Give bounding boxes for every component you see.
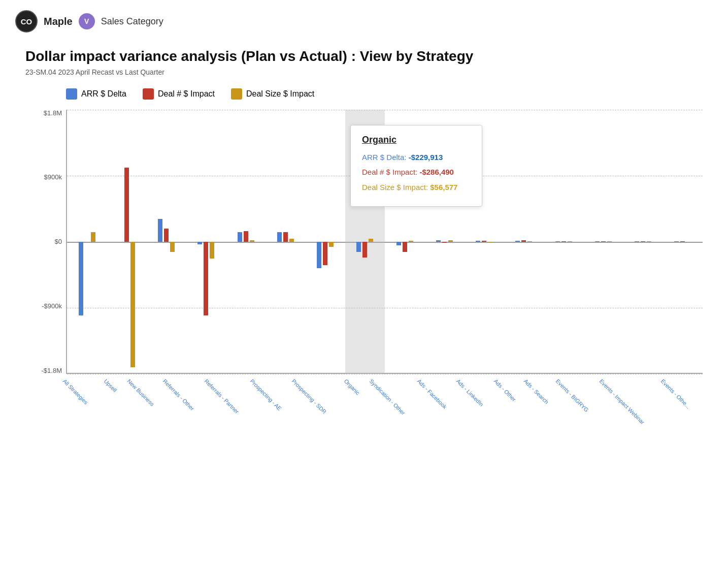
deal-size-swatch <box>231 88 242 100</box>
chart-legend: ARR $ Delta Deal # $ Impact Deal Size $ … <box>25 88 703 100</box>
arr-swatch <box>66 88 77 100</box>
bar <box>601 241 606 242</box>
bar-group <box>504 110 544 374</box>
bar <box>568 241 572 242</box>
deal-size-label: Deal Size $ Impact <box>246 89 314 99</box>
bar <box>362 242 367 258</box>
x-label-text: Organic <box>343 378 361 396</box>
bar <box>476 241 480 241</box>
grid-line <box>67 374 703 374</box>
bar <box>289 239 294 241</box>
tooltip-row-deal-size: Deal Size $ Impact: $56,577 <box>362 182 471 193</box>
app-name: Maple <box>44 16 73 27</box>
bar-group <box>147 110 186 374</box>
tooltip-deal-size-value: $56,577 <box>430 183 457 192</box>
bar <box>170 242 175 252</box>
x-label-text: Upsell <box>103 378 118 393</box>
bar-group <box>663 110 703 374</box>
bar <box>409 241 413 241</box>
bar <box>283 232 288 241</box>
bar <box>250 240 254 242</box>
x-label-text: Referrals - Partner <box>203 378 240 414</box>
tooltip-deal-num-value: -$286,490 <box>419 168 454 176</box>
x-label-text: Syndication - Other <box>369 378 407 416</box>
tooltip-title: Organic <box>362 135 471 145</box>
bar <box>527 241 532 242</box>
bar <box>448 240 453 242</box>
deal-num-label: Deal # $ Impact <box>158 89 215 99</box>
bar <box>210 242 214 259</box>
x-label-text: New Business <box>126 378 155 407</box>
y-label-900k-pos: $900k <box>44 174 62 180</box>
x-label-text: Prospecting - AE <box>249 378 283 411</box>
arr-label: ARR $ Delta <box>81 89 126 99</box>
bar <box>561 241 566 242</box>
bar-group <box>107 110 146 374</box>
bar <box>164 229 169 242</box>
legend-arr: ARR $ Delta <box>66 88 126 100</box>
y-axis: $1.8M $900k $0 -$900k -$1.8M <box>25 110 66 374</box>
y-label-0: $0 <box>55 238 62 245</box>
bar <box>323 242 327 266</box>
bar-group <box>583 110 623 374</box>
chart-section: Dollar impact variance analysis (Plan vs… <box>0 43 728 435</box>
bar <box>403 242 407 252</box>
x-label-item: Ads - LinkedIn <box>459 375 495 425</box>
x-label-text: Events - Impact Webinar <box>599 378 646 426</box>
tooltip-deal-size-label: Deal Size $ Impact: <box>362 183 428 192</box>
x-label-item: Syndication - Other <box>373 375 420 425</box>
x-label-item: Events - BIGRYG <box>559 375 603 425</box>
x-label-item: Ads - Facebook <box>420 375 459 425</box>
bar <box>555 241 560 242</box>
bar-group <box>266 110 305 374</box>
logo-badge: CO <box>15 10 38 33</box>
deal-num-swatch <box>143 88 154 100</box>
x-label-item: New Business <box>130 375 166 425</box>
x-label-item: Events - Othe... <box>664 375 703 425</box>
v-badge: V <box>79 13 95 29</box>
tooltip-box: Organic ARR $ Delta: -$229,913 Deal # $ … <box>350 125 482 207</box>
bar <box>521 240 526 242</box>
x-label-text: Ads - Other <box>492 378 517 402</box>
bar <box>158 219 162 241</box>
bar <box>277 232 282 241</box>
x-label-item: Referrals - Other <box>166 375 208 425</box>
bar-group <box>544 110 583 374</box>
bar <box>436 240 441 242</box>
bar-group <box>67 110 107 374</box>
x-label-text: Events - BIGRYG <box>555 378 590 413</box>
bar <box>244 231 248 242</box>
tooltip-row-deal-num: Deal # $ Impact: -$286,490 <box>362 167 471 177</box>
bar-group <box>306 110 345 374</box>
x-label-item: Referrals - Partner <box>208 375 253 425</box>
x-label-text: Ads - LinkedIn <box>455 378 485 407</box>
bar-group <box>623 110 663 374</box>
bar <box>595 241 600 242</box>
bar <box>197 242 202 244</box>
tooltip-arr-label: ARR $ Delta: <box>362 153 407 162</box>
bar <box>515 241 520 241</box>
x-label-text: All Strategies <box>62 378 89 405</box>
chart-area: $1.8M $900k $0 -$900k -$1.8M All Strateg… <box>25 110 703 425</box>
tooltip-row-arr: ARR $ Delta: -$229,913 <box>362 152 471 163</box>
bar <box>204 242 208 316</box>
bar <box>238 232 242 241</box>
bar <box>329 242 334 247</box>
x-label-text: Referrals - Other <box>161 378 195 411</box>
bar <box>369 239 373 241</box>
x-label-text: Ads - Search <box>522 378 549 405</box>
tooltip-deal-num-label: Deal # $ Impact: <box>362 168 417 176</box>
y-label-900k-neg: -$900k <box>42 303 62 309</box>
bar <box>442 242 447 243</box>
sales-category-label: Sales Category <box>101 16 163 27</box>
y-label-1-8m-neg: -$1.8M <box>42 367 62 374</box>
bar <box>635 241 639 242</box>
x-label-item: Prospecting - SDR <box>295 375 341 425</box>
x-label-text: Events - Othe... <box>659 378 691 410</box>
bar <box>396 242 401 246</box>
bar-group <box>226 110 266 374</box>
legend-deal-size: Deal Size $ Impact <box>231 88 314 100</box>
bar <box>317 242 321 268</box>
x-label-item: All Strategies <box>66 375 99 425</box>
x-label-item: Events - Impact Webinar <box>603 375 664 425</box>
